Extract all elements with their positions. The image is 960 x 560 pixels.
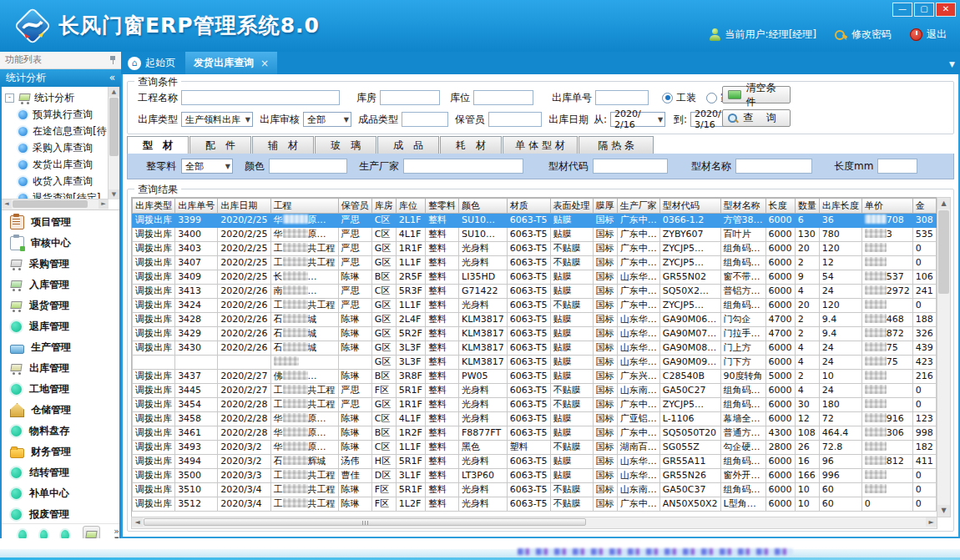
scroll-down-icon[interactable]: ▼: [109, 189, 119, 199]
color-input[interactable]: [269, 159, 347, 174]
part-type-select[interactable]: 全部▼: [181, 159, 233, 174]
table-row[interactable]: 调拨出库34452020/2/27工共工程严思F区5R1F整料光身料6063-T…: [133, 384, 937, 398]
sidebar-item-退货管理[interactable]: 退货管理: [2, 295, 119, 316]
sidebar-item-审核中心[interactable]: 审核中心: [2, 233, 119, 254]
material-tab[interactable]: 辅 材: [252, 136, 314, 154]
column-header[interactable]: 库位: [396, 199, 425, 214]
table-row[interactable]: 调拨出库34932020/3/2华原…陈琳C区1L1F整料黑色塑料不贴膜国标湖南…: [133, 441, 937, 455]
material-tab[interactable]: 耗 材: [440, 136, 502, 154]
sidebar-item-仓储管理[interactable]: 仓储管理: [2, 400, 119, 421]
warehouse-input[interactable]: [380, 90, 440, 105]
minimize-button[interactable]: —: [892, 3, 912, 17]
column-header[interactable]: 库房: [371, 199, 396, 214]
keeper-input[interactable]: [488, 112, 542, 127]
tree-root-node[interactable]: - 统计分析: [5, 89, 109, 106]
sidebar-item-项目管理[interactable]: 项目管理: [2, 212, 119, 233]
tab-list-dropdown-icon[interactable]: ▼: [949, 60, 955, 68]
column-header[interactable]: 表面处理: [550, 199, 593, 214]
sidebar-item-退库管理[interactable]: 退库管理: [2, 316, 119, 337]
column-header[interactable]: 型材名称: [720, 199, 765, 214]
table-row[interactable]: 调拨出库34582020/2/28华原…陈琳C区4L1F整料光身料6063-T5…: [133, 412, 937, 426]
scroll-right-icon[interactable]: ►: [926, 517, 937, 527]
material-tab[interactable]: 隔 热 条: [579, 136, 654, 154]
material-tab[interactable]: 单 体 型 材: [503, 136, 578, 154]
sidebar-item-出库管理[interactable]: 出库管理: [2, 358, 119, 379]
table-row[interactable]: 调拨出库34092020/2/25长…陈琳B区2R5F整料LI35HD6063-…: [133, 270, 937, 285]
table-row[interactable]: 调拨出库33992020/2/25华原…严思C区2L1F整料SU10…6063-…: [133, 214, 937, 228]
table-row[interactable]: G区3L3F整料KLM38176063-T5贴膜国标山东华…GA90M09…门下…: [133, 356, 937, 370]
project-name-input[interactable]: [181, 90, 340, 105]
tree-hscroll-thumb[interactable]: [13, 200, 88, 208]
table-row[interactable]: 调拨出库34242020/2/26工共工程严思G区1L1F整料光身料6063-T…: [133, 299, 937, 313]
column-header[interactable]: 金: [912, 199, 936, 214]
sidebar-item-入库管理[interactable]: 入库管理: [2, 275, 119, 295]
table-row[interactable]: 调拨出库34132020/2/26南…严思C区5R3F整料G714226063-…: [133, 285, 937, 299]
tree-horizontal-scrollbar[interactable]: ◄ ►: [2, 199, 109, 209]
column-header[interactable]: 出库日期: [218, 199, 270, 214]
table-row[interactable]: 调拨出库35122020/3/4工共工程陈琳F区1L2F整料光身料6063-T5…: [133, 497, 937, 512]
scroll-left-icon[interactable]: ◄: [2, 199, 12, 209]
length-input[interactable]: [877, 159, 917, 174]
tab-home[interactable]: ⌂ 起始页: [121, 52, 185, 74]
change-password[interactable]: 修改密码: [835, 28, 892, 42]
table-row[interactable]: 调拨出库35102020/3/4工共工程陈琳F区5R1F整料光身料6063-T5…: [133, 483, 937, 497]
outbound-no-input[interactable]: [595, 90, 649, 105]
sidebar-item-结转管理[interactable]: 结转管理: [2, 462, 119, 483]
table-row[interactable]: 调拨出库35002020/3/3工共工程曹佳D区3L1F整料LT3P606063…: [133, 469, 937, 483]
sidebar-item-财务管理[interactable]: 财务管理: [2, 441, 119, 462]
table-row[interactable]: 调拨出库34282020/2/26石城陈琳G区2L4F整料KLM38176063…: [133, 313, 937, 327]
column-header[interactable]: 颜色: [459, 199, 508, 214]
table-row[interactable]: 调拨出库34942020/3/2石辉城汤伟H区5R1F整料光身料6063-T5贴…: [133, 455, 937, 469]
tree-item[interactable]: 采购入库查询: [5, 139, 109, 156]
column-header[interactable]: 膜厚: [593, 199, 617, 214]
pin-icon[interactable]: [109, 55, 116, 65]
tree-vertical-scrollbar[interactable]: ▲ ▼: [108, 87, 119, 199]
table-vertical-scrollbar[interactable]: ▲ ▼: [937, 197, 951, 517]
sidebar-item-采购管理[interactable]: 采购管理: [2, 254, 119, 275]
profile-code-input[interactable]: [593, 159, 668, 174]
tree-item[interactable]: 在途信息查询[待: [5, 123, 109, 139]
table-row[interactable]: 调拨出库34542020/2/28工共工程严思G区1R1F整料光身料6063-T…: [133, 398, 937, 412]
sidebar-item-物料盘存[interactable]: 物料盘存: [2, 421, 119, 441]
column-header[interactable]: 出库类型: [133, 199, 175, 214]
table-horizontal-scrollbar[interactable]: ◄ ►: [131, 517, 937, 529]
column-header[interactable]: 单价: [861, 199, 912, 214]
table-vscroll-thumb[interactable]: [938, 210, 949, 294]
table-row[interactable]: 调拨出库34302020/2/26石城陈琳G区3L3F整料KLM38176063…: [133, 341, 937, 356]
material-tab[interactable]: 配 件: [189, 136, 251, 154]
outbound-type-select[interactable]: 生产领料出库▼: [181, 112, 253, 127]
profile-name-input[interactable]: [735, 159, 812, 174]
search-button[interactable]: 查 询: [722, 109, 791, 127]
tab-close-icon[interactable]: ×: [260, 58, 269, 69]
tree-item[interactable]: 发货出库查询: [5, 156, 109, 173]
scroll-right-icon[interactable]: ►: [99, 199, 109, 209]
material-tab[interactable]: 型 材: [127, 136, 189, 154]
material-tab[interactable]: 玻 璃: [315, 136, 376, 154]
audit-select[interactable]: 全部▼: [303, 112, 351, 127]
scroll-down-icon[interactable]: ▼: [937, 505, 950, 517]
scroll-up-icon[interactable]: ▲: [109, 87, 119, 97]
tree-item[interactable]: 收货入库查询: [5, 173, 109, 189]
collapse-icon[interactable]: «: [109, 69, 115, 87]
tree-item[interactable]: 预算执行查询: [5, 106, 109, 123]
column-header[interactable]: 型材代码: [659, 199, 720, 214]
logout[interactable]: 退出: [910, 28, 947, 42]
tree-vscroll-thumb[interactable]: [109, 98, 119, 156]
tree-expander-icon[interactable]: -: [5, 93, 14, 103]
sidebar-item-生产管理[interactable]: 生产管理: [2, 337, 119, 358]
table-hscroll-thumb[interactable]: [144, 518, 586, 526]
column-header[interactable]: 工程: [270, 199, 338, 214]
sidebar-item-工地管理[interactable]: 工地管理: [2, 379, 119, 400]
column-header[interactable]: 整零料: [425, 199, 458, 214]
column-header[interactable]: 材质: [507, 199, 550, 214]
column-header[interactable]: 出库单号: [175, 199, 218, 214]
sidebar-item-报废管理[interactable]: 报废管理: [2, 504, 119, 525]
table-row[interactable]: 调拨出库34002020/2/25华原…严思C区4L1F整料SU10…6063-…: [133, 228, 937, 242]
sidebar-item-补单中心[interactable]: 补单中心: [2, 483, 119, 504]
column-header[interactable]: 保管员: [338, 199, 371, 214]
clear-conditions-button[interactable]: 清空条件: [722, 86, 791, 103]
location-input[interactable]: [473, 90, 533, 105]
column-header[interactable]: 长度: [765, 199, 795, 214]
table-row[interactable]: 调拨出库34612020/2/28华原…陈琳B区1R2F整料F8877FT606…: [133, 426, 937, 441]
table-row[interactable]: 调拨出库34032020/2/25工共工程严思G区1R1F整料光身料6063-T…: [133, 242, 937, 256]
